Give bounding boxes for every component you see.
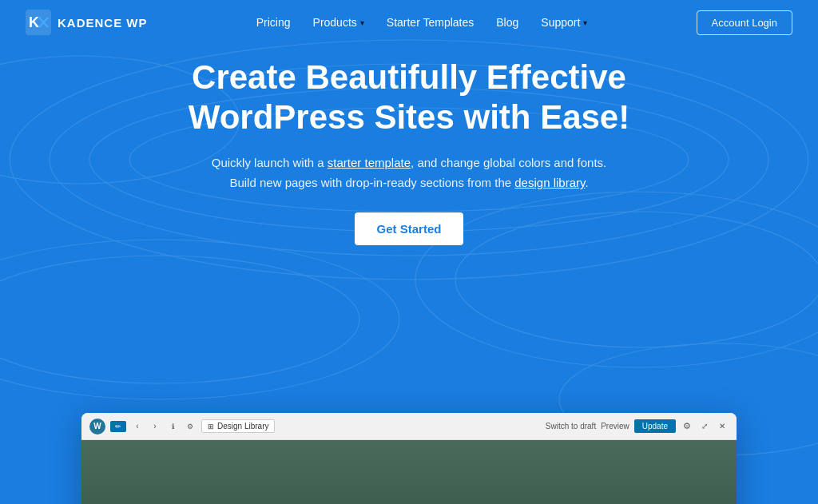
browser-toolbar: W ✏ ‹ › ℹ ⚙ ⊞ Design Library Switch to d…: [81, 413, 737, 440]
navbar: K KADENCE WP Pricing Products ▾ Starter …: [0, 0, 818, 45]
update-button[interactable]: Update: [634, 419, 676, 433]
brand-name: KADENCE WP: [58, 16, 148, 30]
design-library-link[interactable]: design library: [514, 176, 585, 189]
logo[interactable]: K KADENCE WP: [26, 10, 148, 35]
nav-item-blog[interactable]: Blog: [496, 15, 518, 30]
design-library-badge[interactable]: ⊞ Design Library: [201, 419, 275, 433]
toolbar-settings-icon[interactable]: ⚙: [184, 420, 197, 433]
svg-point-4: [0, 240, 399, 399]
toolbar-edit-button[interactable]: ✏: [110, 421, 126, 432]
nav-item-products[interactable]: Products ▾: [313, 16, 364, 29]
toolbar-back-icon[interactable]: ‹: [131, 420, 144, 433]
design-library-icon: ⊞: [208, 423, 214, 431]
toolbar-right: Switch to draft Preview Update ⚙ ⤢ ✕: [546, 419, 729, 433]
hero-subtitle: Quickly launch with a starter template, …: [129, 153, 689, 193]
toolbar-forward-icon[interactable]: ›: [149, 420, 161, 433]
svg-rect-14: [81, 440, 737, 504]
toolbar-close-icon[interactable]: ✕: [716, 420, 729, 433]
site-preview: BEST VACATION EVER Unforgettable travel …: [81, 440, 737, 504]
wp-icon: W: [89, 419, 105, 435]
switch-draft-text[interactable]: Switch to draft: [546, 422, 596, 431]
svg-text:K: K: [29, 14, 39, 30]
get-started-button[interactable]: Get Started: [355, 212, 464, 245]
account-login-button[interactable]: Account Login: [697, 10, 792, 35]
logo-icon: K: [26, 10, 51, 35]
starter-template-link[interactable]: starter template: [328, 156, 411, 169]
nav-item-support[interactable]: Support ▾: [541, 16, 587, 29]
toolbar-info-icon[interactable]: ℹ: [166, 420, 179, 433]
nav-links: Pricing Products ▾ Starter Templates Blo…: [256, 15, 588, 30]
preview-text[interactable]: Preview: [601, 422, 629, 431]
browser-mockup: W ✏ ‹ › ℹ ⚙ ⊞ Design Library Switch to d…: [81, 413, 737, 504]
design-library-label: Design Library: [217, 422, 268, 431]
products-chevron-icon: ▾: [360, 18, 364, 27]
svg-point-5: [0, 256, 359, 383]
hero-section: K KADENCE WP Pricing Products ▾ Starter …: [0, 0, 818, 504]
nav-item-pricing[interactable]: Pricing: [256, 15, 291, 30]
nav-item-starter-templates[interactable]: Starter Templates: [387, 15, 474, 30]
hero-content: Create Beautifully Effective WordPress S…: [129, 58, 689, 245]
toolbar-gear-icon[interactable]: ⚙: [681, 420, 693, 433]
hero-title: Create Beautifully Effective WordPress S…: [129, 58, 689, 138]
support-chevron-icon: ▾: [583, 18, 587, 27]
toolbar-expand-icon[interactable]: ⤢: [698, 420, 711, 433]
